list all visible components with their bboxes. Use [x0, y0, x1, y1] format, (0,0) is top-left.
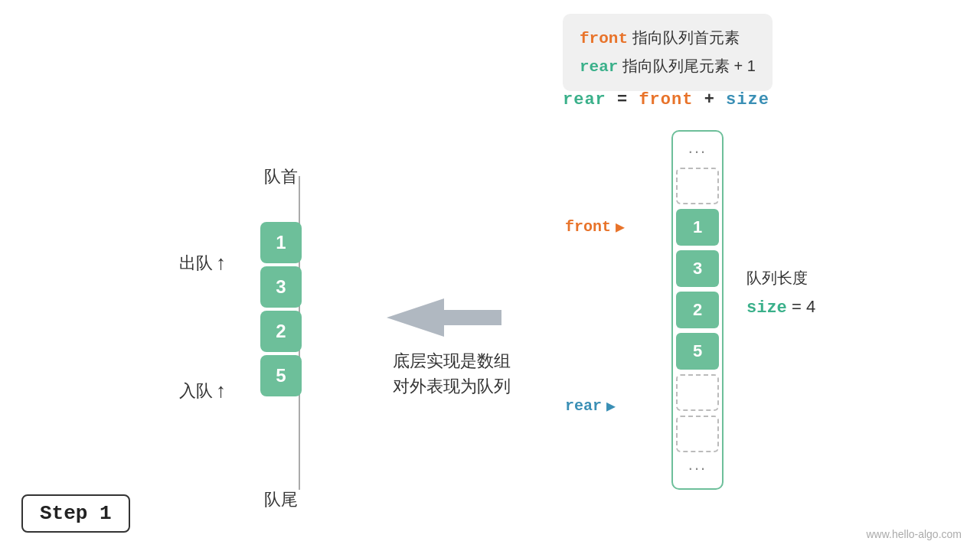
top-dots: ···	[675, 138, 720, 165]
legend-line2-text: 指向队列尾元素 + 1	[618, 57, 755, 74]
center-text-line2: 对外表现为队列	[375, 373, 528, 399]
dequeue-text: 出队	[179, 252, 213, 275]
queue-bottom-label: 队尾	[264, 488, 298, 511]
legend-line-1: front 指向队列首元素	[580, 24, 756, 53]
dequeue-arrow-icon: ↑	[216, 251, 226, 275]
center-text-line1: 底层实现是数组	[375, 348, 528, 373]
arrow-svg	[383, 295, 505, 341]
formula-plus: +	[693, 90, 726, 109]
empty-cell-top	[676, 168, 719, 204]
formula-size: size	[726, 90, 769, 109]
legend-front-keyword: front	[580, 30, 628, 47]
front-keyword: front	[565, 218, 611, 236]
legend-line-2: rear 指向队列尾元素 + 1	[580, 53, 756, 81]
svg-marker-0	[387, 298, 501, 337]
website-url: www.hello-algo.com	[867, 528, 962, 540]
queue-length-title: 队列长度	[746, 264, 815, 292]
right-cell-2: 3	[676, 250, 719, 287]
bot-dots: ···	[675, 455, 720, 482]
legend-rear-keyword: rear	[580, 58, 618, 76]
empty-cell-bot	[676, 416, 719, 452]
queue-length-section: 队列长度 size = 4	[746, 264, 815, 324]
front-pointer-label: front ▶	[565, 217, 625, 236]
rear-pointer-arrow: ▶	[606, 396, 616, 416]
formula-rear: rear	[563, 90, 606, 109]
queue-length-formula: size = 4	[746, 292, 815, 324]
rear-pointer-label: rear ▶	[565, 396, 616, 416]
size-equals: = 4	[787, 297, 815, 316]
formula-line: rear = front + size	[563, 90, 769, 109]
empty-cell-mid	[676, 374, 719, 411]
legend-line1-text: 指向队列首元素	[628, 29, 740, 46]
left-cell-2: 3	[260, 266, 302, 308]
size-keyword: size	[746, 298, 787, 318]
center-text: 底层实现是数组 对外表现为队列	[375, 348, 528, 399]
queue-top-label: 队首	[264, 165, 298, 188]
left-cell-4: 5	[260, 355, 302, 396]
right-cell-3: 2	[676, 292, 719, 328]
enqueue-label: 入队 ↑	[179, 379, 226, 403]
right-array: ··· 1 3 2 5 ···	[671, 130, 724, 490]
front-pointer-arrow: ▶	[616, 217, 625, 236]
formula-equals: =	[606, 90, 639, 109]
rear-keyword: rear	[565, 397, 602, 415]
right-cell-4: 5	[676, 333, 719, 370]
right-cell-1: 1	[676, 209, 719, 246]
formula-front: front	[639, 90, 693, 109]
left-cell-1: 1	[260, 222, 302, 263]
enqueue-arrow-icon: ↑	[216, 379, 226, 403]
left-queue-cells: 1 3 2 5	[260, 222, 302, 396]
dequeue-label: 出队 ↑	[179, 251, 226, 275]
legend-box: front 指向队列首元素 rear 指向队列尾元素 + 1	[563, 14, 773, 91]
step-label: Step 1	[21, 494, 130, 533]
center-arrow	[375, 291, 513, 344]
enqueue-text: 入队	[179, 380, 213, 403]
left-cell-3: 2	[260, 311, 302, 352]
